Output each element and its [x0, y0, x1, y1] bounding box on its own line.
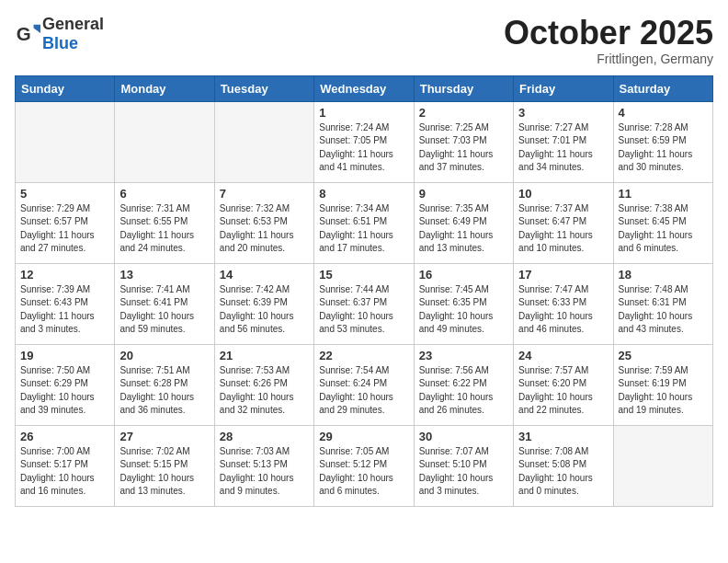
- calendar-cell: 26Sunrise: 7:00 AM Sunset: 5:17 PM Dayli…: [16, 425, 115, 506]
- calendar-cell: [16, 101, 115, 182]
- week-row-3: 12Sunrise: 7:39 AM Sunset: 6:43 PM Dayli…: [16, 263, 713, 344]
- day-info: Sunrise: 7:48 AM Sunset: 6:31 PM Dayligh…: [619, 283, 708, 337]
- day-number: 23: [419, 349, 508, 362]
- day-info: Sunrise: 7:59 AM Sunset: 6:19 PM Dayligh…: [619, 364, 708, 418]
- calendar-cell: 14Sunrise: 7:42 AM Sunset: 6:39 PM Dayli…: [214, 263, 313, 344]
- calendar-cell: 12Sunrise: 7:39 AM Sunset: 6:43 PM Dayli…: [16, 263, 115, 344]
- calendar-cell: 29Sunrise: 7:05 AM Sunset: 5:12 PM Dayli…: [314, 425, 414, 506]
- day-info: Sunrise: 7:25 AM Sunset: 7:03 PM Dayligh…: [419, 121, 508, 175]
- day-number: 18: [619, 268, 708, 282]
- day-info: Sunrise: 7:31 AM Sunset: 6:55 PM Dayligh…: [119, 202, 209, 256]
- day-number: 5: [20, 187, 109, 201]
- weekday-header-row: SundayMondayTuesdayWednesdayThursdayFrid…: [16, 75, 713, 101]
- day-info: Sunrise: 7:05 AM Sunset: 5:12 PM Dayligh…: [319, 445, 408, 499]
- weekday-header-sunday: Sunday: [16, 75, 115, 101]
- calendar-cell: 13Sunrise: 7:41 AM Sunset: 6:41 PM Dayli…: [115, 263, 214, 344]
- title-block: October 2025 Frittlingen, Germany: [504, 15, 713, 66]
- day-info: Sunrise: 7:51 AM Sunset: 6:28 PM Dayligh…: [119, 364, 209, 418]
- day-number: 15: [319, 268, 408, 282]
- day-number: 16: [419, 268, 508, 282]
- calendar-cell: 21Sunrise: 7:53 AM Sunset: 6:26 PM Dayli…: [214, 344, 313, 425]
- day-info: Sunrise: 7:57 AM Sunset: 6:20 PM Dayligh…: [518, 364, 608, 418]
- day-info: Sunrise: 7:02 AM Sunset: 5:15 PM Dayligh…: [119, 445, 209, 499]
- calendar-cell: 20Sunrise: 7:51 AM Sunset: 6:28 PM Dayli…: [115, 344, 214, 425]
- day-number: 11: [619, 187, 708, 201]
- day-info: Sunrise: 7:00 AM Sunset: 5:17 PM Dayligh…: [20, 445, 109, 499]
- calendar-cell: 10Sunrise: 7:37 AM Sunset: 6:47 PM Dayli…: [514, 182, 613, 263]
- logo-blue-text: Blue: [42, 34, 78, 52]
- calendar-cell: [115, 101, 214, 182]
- page-header: G General Blue October 2025 Frittlingen,…: [15, 15, 713, 66]
- calendar-cell: 15Sunrise: 7:44 AM Sunset: 6:37 PM Dayli…: [314, 263, 414, 344]
- day-info: Sunrise: 7:42 AM Sunset: 6:39 PM Dayligh…: [220, 283, 309, 337]
- svg-text:G: G: [17, 23, 31, 44]
- calendar-cell: 17Sunrise: 7:47 AM Sunset: 6:33 PM Dayli…: [514, 263, 613, 344]
- day-number: 13: [119, 268, 209, 282]
- day-info: Sunrise: 7:28 AM Sunset: 6:59 PM Dayligh…: [619, 121, 708, 175]
- logo-general-text: General: [42, 15, 104, 33]
- calendar-cell: 19Sunrise: 7:50 AM Sunset: 6:29 PM Dayli…: [16, 344, 115, 425]
- day-number: 19: [20, 349, 109, 362]
- day-info: Sunrise: 7:03 AM Sunset: 5:13 PM Dayligh…: [220, 445, 309, 499]
- day-number: 26: [20, 430, 109, 443]
- day-info: Sunrise: 7:34 AM Sunset: 6:51 PM Dayligh…: [319, 202, 408, 256]
- week-row-5: 26Sunrise: 7:00 AM Sunset: 5:17 PM Dayli…: [16, 425, 713, 506]
- day-number: 27: [119, 430, 209, 443]
- day-number: 10: [518, 187, 608, 201]
- month-title: October 2025: [504, 15, 713, 52]
- calendar-cell: 11Sunrise: 7:38 AM Sunset: 6:45 PM Dayli…: [613, 182, 712, 263]
- weekday-header-thursday: Thursday: [414, 75, 513, 101]
- day-number: 4: [619, 106, 708, 120]
- day-info: Sunrise: 7:45 AM Sunset: 6:35 PM Dayligh…: [419, 283, 508, 337]
- day-info: Sunrise: 7:08 AM Sunset: 5:08 PM Dayligh…: [518, 445, 608, 499]
- day-number: 8: [319, 187, 408, 201]
- day-info: Sunrise: 7:07 AM Sunset: 5:10 PM Dayligh…: [419, 445, 508, 499]
- calendar-cell: 3Sunrise: 7:27 AM Sunset: 7:01 PM Daylig…: [514, 101, 613, 182]
- day-info: Sunrise: 7:53 AM Sunset: 6:26 PM Dayligh…: [220, 364, 309, 418]
- day-number: 25: [619, 349, 708, 362]
- calendar-cell: 24Sunrise: 7:57 AM Sunset: 6:20 PM Dayli…: [514, 344, 613, 425]
- week-row-2: 5Sunrise: 7:29 AM Sunset: 6:57 PM Daylig…: [16, 182, 713, 263]
- day-info: Sunrise: 7:50 AM Sunset: 6:29 PM Dayligh…: [20, 364, 109, 418]
- logo-icon: G: [15, 21, 40, 47]
- day-number: 14: [220, 268, 309, 282]
- weekday-header-wednesday: Wednesday: [314, 75, 414, 101]
- day-info: Sunrise: 7:24 AM Sunset: 7:05 PM Dayligh…: [319, 121, 408, 175]
- weekday-header-tuesday: Tuesday: [214, 75, 313, 101]
- calendar-cell: 22Sunrise: 7:54 AM Sunset: 6:24 PM Dayli…: [314, 344, 414, 425]
- calendar-cell: 2Sunrise: 7:25 AM Sunset: 7:03 PM Daylig…: [414, 101, 513, 182]
- day-info: Sunrise: 7:37 AM Sunset: 6:47 PM Dayligh…: [518, 202, 608, 256]
- calendar-cell: 8Sunrise: 7:34 AM Sunset: 6:51 PM Daylig…: [314, 182, 414, 263]
- day-number: 22: [319, 349, 408, 362]
- calendar-cell: 6Sunrise: 7:31 AM Sunset: 6:55 PM Daylig…: [115, 182, 214, 263]
- day-number: 2: [419, 106, 508, 120]
- day-number: 12: [20, 268, 109, 282]
- day-number: 30: [419, 430, 508, 443]
- calendar-cell: 25Sunrise: 7:59 AM Sunset: 6:19 PM Dayli…: [613, 344, 712, 425]
- logo: G General Blue: [15, 15, 104, 53]
- day-info: Sunrise: 7:32 AM Sunset: 6:53 PM Dayligh…: [220, 202, 309, 256]
- calendar-cell: [613, 425, 712, 506]
- day-number: 29: [319, 430, 408, 443]
- day-number: 21: [220, 349, 309, 362]
- calendar-cell: 7Sunrise: 7:32 AM Sunset: 6:53 PM Daylig…: [214, 182, 313, 263]
- day-info: Sunrise: 7:29 AM Sunset: 6:57 PM Dayligh…: [20, 202, 109, 256]
- calendar-cell: 4Sunrise: 7:28 AM Sunset: 6:59 PM Daylig…: [613, 101, 712, 182]
- calendar-cell: 31Sunrise: 7:08 AM Sunset: 5:08 PM Dayli…: [514, 425, 613, 506]
- day-number: 6: [119, 187, 209, 201]
- calendar-table: SundayMondayTuesdayWednesdayThursdayFrid…: [15, 75, 713, 507]
- day-info: Sunrise: 7:38 AM Sunset: 6:45 PM Dayligh…: [619, 202, 708, 256]
- calendar-cell: 1Sunrise: 7:24 AM Sunset: 7:05 PM Daylig…: [314, 101, 414, 182]
- day-number: 1: [319, 106, 408, 120]
- day-info: Sunrise: 7:56 AM Sunset: 6:22 PM Dayligh…: [419, 364, 508, 418]
- weekday-header-friday: Friday: [514, 75, 613, 101]
- calendar-cell: 30Sunrise: 7:07 AM Sunset: 5:10 PM Dayli…: [414, 425, 513, 506]
- day-info: Sunrise: 7:27 AM Sunset: 7:01 PM Dayligh…: [518, 121, 608, 175]
- weekday-header-monday: Monday: [115, 75, 214, 101]
- day-number: 28: [220, 430, 309, 443]
- weekday-header-saturday: Saturday: [613, 75, 712, 101]
- calendar-cell: 9Sunrise: 7:35 AM Sunset: 6:49 PM Daylig…: [414, 182, 513, 263]
- calendar-cell: 28Sunrise: 7:03 AM Sunset: 5:13 PM Dayli…: [214, 425, 313, 506]
- day-info: Sunrise: 7:39 AM Sunset: 6:43 PM Dayligh…: [20, 283, 109, 337]
- day-number: 20: [119, 349, 209, 362]
